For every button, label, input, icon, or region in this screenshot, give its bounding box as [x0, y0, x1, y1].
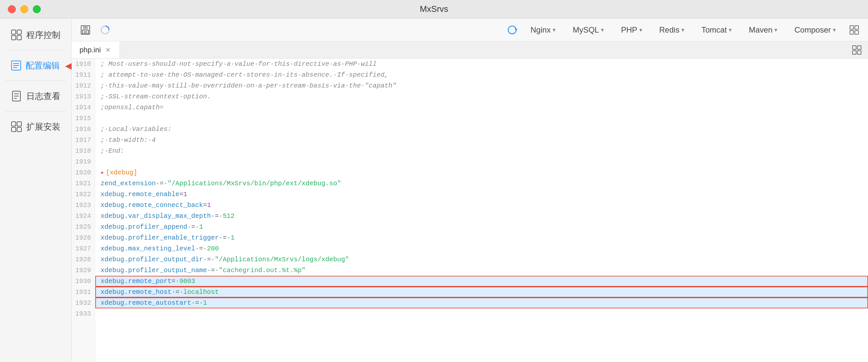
comment-text: ; attempt·to·use·the·OS-managed·cert·sto…: [100, 70, 388, 80]
comment-text: ;·SSL·stream·context·option.: [100, 91, 211, 102]
sidebar-item-ext-install[interactable]: 扩展安装: [3, 114, 69, 139]
php-service-btn[interactable]: PHP ▾: [615, 23, 648, 37]
tomcat-label: Tomcat: [702, 25, 727, 34]
code-line: xdebug.profiler_enable_trigger·=·1: [95, 232, 868, 243]
line-number: 1925: [72, 221, 95, 232]
log-viewer-icon: [10, 90, 22, 102]
line-number: 1910: [72, 59, 95, 69]
code-line: ;openssl.capath=: [95, 102, 868, 113]
svg-rect-19: [84, 31, 87, 33]
sidebar-item-label-process: 程序控制: [26, 29, 60, 41]
comment-text: ;·End:: [100, 146, 124, 156]
svg-rect-23: [850, 31, 854, 34]
line-number: 1911: [72, 69, 95, 80]
code-line: xdebug.profiler_output_name·=·"cachegrin…: [95, 265, 868, 276]
svg-rect-13: [17, 122, 21, 126]
grid-view-button[interactable]: [847, 23, 861, 37]
line-number: 1927: [72, 243, 95, 254]
sidebar-item-config-editor[interactable]: 配置编辑 ◀: [3, 53, 69, 78]
tabs-grid-button[interactable]: [846, 41, 868, 58]
svg-rect-17: [83, 26, 88, 29]
code-line: xdebug.remote_connect_back=1: [95, 200, 868, 211]
redis-label: Redis: [659, 25, 679, 34]
sidebar-divider-3: [5, 111, 66, 112]
line-number: 1914: [72, 102, 95, 113]
line-number: 1928: [72, 254, 95, 265]
save-button[interactable]: [78, 23, 93, 37]
sidebar-item-label-log: 日志查看: [26, 90, 60, 102]
tomcat-chevron-icon: ▾: [729, 26, 732, 33]
code-line: xdebug.remote_port=·9003: [95, 276, 868, 287]
tomcat-service-btn[interactable]: Tomcat ▾: [695, 23, 738, 37]
tab-close-button[interactable]: ✕: [104, 46, 112, 54]
code-line: ;·tab-width:·4: [95, 135, 868, 145]
content-area: Nginx ▾ MySQL ▾ PHP ▾ Redis ▾ Tomcat ▾ M…: [72, 19, 868, 362]
composer-service-btn[interactable]: Composer ▾: [788, 23, 842, 37]
active-arrow-icon: ◀: [65, 60, 72, 71]
line-number: 1912: [72, 80, 95, 91]
svg-rect-26: [858, 46, 861, 49]
loading-spinner[interactable]: [98, 23, 112, 37]
maven-chevron-icon: ▾: [774, 26, 777, 33]
maven-service-btn[interactable]: Maven ▾: [743, 23, 783, 37]
svg-rect-27: [852, 51, 856, 54]
comment-text: ;·Local·Variables:: [100, 124, 172, 135]
comment-text: ;·this·value·may·still·be·overridden·on·…: [100, 81, 396, 91]
comment-text: ;openssl.capath=: [100, 102, 164, 113]
minimize-button[interactable]: [20, 5, 28, 13]
bullet-icon: ▸: [100, 168, 104, 178]
code-line: xdebug.var_display_max_depth·=·512: [95, 211, 868, 221]
sidebar-item-process-control[interactable]: 程序控制: [3, 22, 69, 47]
svg-rect-28: [858, 51, 861, 54]
redis-chevron-icon: ▾: [681, 26, 684, 33]
code-line: ;·Local·Variables:: [95, 124, 868, 135]
maximize-button[interactable]: [33, 5, 41, 13]
sidebar-item-label-config: 配置编辑: [26, 60, 60, 72]
sidebar-item-log-viewer[interactable]: 日志查看: [3, 84, 69, 109]
service-refresh-button[interactable]: [505, 23, 520, 37]
svg-rect-21: [850, 26, 854, 29]
nginx-service-btn[interactable]: Nginx ▾: [525, 23, 561, 37]
code-line: [95, 308, 868, 319]
mysql-service-btn[interactable]: MySQL ▾: [567, 23, 610, 37]
nginx-chevron-icon: ▾: [553, 26, 556, 33]
php-label: PHP: [621, 25, 637, 34]
svg-rect-22: [855, 26, 859, 29]
line-number: 1924: [72, 211, 95, 221]
code-line: ▸[xdebug]: [95, 167, 868, 178]
process-control-icon: [10, 29, 22, 41]
svg-rect-1: [17, 30, 21, 34]
sidebar: 程序控制 配置编辑 ◀: [0, 19, 72, 362]
sidebar-item-label-ext: 扩展安装: [26, 121, 60, 133]
line-number: 1933: [72, 308, 95, 319]
line-number: 1915: [72, 113, 95, 124]
svg-rect-14: [11, 128, 16, 132]
line-numbers: 1910191119121913191419151916191719181919…: [72, 59, 95, 362]
maven-label: Maven: [749, 25, 772, 34]
app-title: MxSrvs: [420, 4, 448, 14]
code-line: ; attempt·to·use·the·OS-managed·cert·sto…: [95, 69, 868, 80]
svg-rect-15: [17, 128, 21, 132]
line-number: 1918: [72, 145, 95, 156]
code-line: ;·this·value·may·still·be·overridden·on·…: [95, 80, 868, 91]
code-line: ; Most·users·should·not·specify·a·value·…: [95, 59, 868, 69]
code-line: ;·SSL·stream·context·option.: [95, 91, 868, 102]
svg-rect-2: [11, 35, 16, 40]
tab-label: php.ini: [80, 46, 101, 54]
php-chevron-icon: ▾: [639, 26, 642, 33]
code-line: ;·End:: [95, 145, 868, 156]
close-button[interactable]: [8, 5, 16, 13]
tab-php-ini[interactable]: php.ini ✕: [72, 41, 120, 58]
redis-service-btn[interactable]: Redis ▾: [653, 23, 690, 37]
line-number: 1930: [72, 276, 95, 287]
composer-label: Composer: [795, 25, 831, 34]
svg-rect-24: [855, 31, 859, 34]
code-line: [95, 113, 868, 124]
mysql-chevron-icon: ▾: [601, 26, 604, 33]
line-number: 1931: [72, 287, 95, 298]
svg-rect-12: [11, 122, 16, 126]
line-number: 1932: [72, 298, 95, 308]
code-lines[interactable]: ; Most·users·should·not·specify·a·value·…: [95, 59, 868, 362]
main-layout: 程序控制 配置编辑 ◀: [0, 19, 868, 362]
code-editor[interactable]: 1910191119121913191419151916191719181919…: [72, 59, 868, 362]
